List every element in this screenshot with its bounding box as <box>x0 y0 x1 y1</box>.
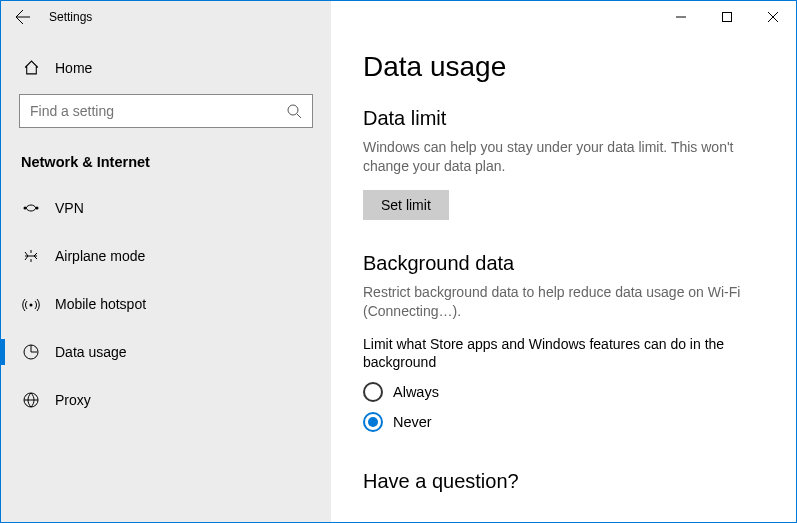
window-title: Settings <box>45 10 92 24</box>
maximize-button[interactable] <box>704 1 750 33</box>
data-limit-description: Windows can help you stay under your dat… <box>363 138 764 176</box>
background-data-option-label: Limit what Store apps and Windows featur… <box>363 335 764 373</box>
sidebar-item-label: Airplane mode <box>55 248 145 264</box>
page-title: Data usage <box>363 51 764 83</box>
radio-never[interactable]: Never <box>363 412 764 432</box>
sidebar-item-vpn[interactable]: VPN <box>1 184 331 232</box>
radio-always[interactable]: Always <box>363 382 764 402</box>
svg-rect-0 <box>723 13 732 22</box>
set-limit-button[interactable]: Set limit <box>363 190 449 220</box>
sidebar-item-proxy[interactable]: Proxy <box>1 376 331 424</box>
background-data-description: Restrict background data to help reduce … <box>363 283 764 321</box>
vpn-icon <box>21 201 41 215</box>
search-field[interactable] <box>30 103 286 119</box>
close-icon <box>768 12 778 22</box>
home-icon <box>21 59 41 76</box>
data-usage-icon <box>21 343 41 361</box>
search-input[interactable] <box>19 94 313 128</box>
sidebar-item-label: VPN <box>55 200 84 216</box>
sidebar-item-airplane-mode[interactable]: Airplane mode <box>1 232 331 280</box>
close-button[interactable] <box>750 1 796 33</box>
sidebar-item-mobile-hotspot[interactable]: Mobile hotspot <box>1 280 331 328</box>
maximize-icon <box>722 12 732 22</box>
home-link[interactable]: Home <box>1 49 331 86</box>
arrow-left-icon <box>15 9 31 25</box>
category-heading: Network & Internet <box>1 142 331 184</box>
minimize-button[interactable] <box>658 1 704 33</box>
radio-label: Never <box>393 414 432 430</box>
search-icon <box>286 103 302 119</box>
background-data-heading: Background data <box>363 252 764 275</box>
content-pane: Data usage Data limit Windows can help y… <box>331 1 796 522</box>
sidebar-item-label: Proxy <box>55 392 91 408</box>
sidebar: Home Network & Internet VPN Airplane mod… <box>1 1 331 522</box>
airplane-icon <box>21 247 41 265</box>
minimize-icon <box>676 12 686 22</box>
proxy-icon <box>21 391 41 409</box>
question-heading: Have a question? <box>363 470 764 493</box>
svg-point-1 <box>288 105 298 115</box>
radio-icon <box>363 382 383 402</box>
svg-point-4 <box>30 304 33 307</box>
hotspot-icon <box>21 296 41 312</box>
radio-label: Always <box>393 384 439 400</box>
sidebar-item-label: Mobile hotspot <box>55 296 146 312</box>
data-limit-heading: Data limit <box>363 107 764 130</box>
home-label: Home <box>55 60 92 76</box>
titlebar: Settings <box>1 1 796 33</box>
sidebar-item-label: Data usage <box>55 344 127 360</box>
radio-icon <box>363 412 383 432</box>
back-button[interactable] <box>1 1 45 33</box>
sidebar-item-data-usage[interactable]: Data usage <box>1 328 331 376</box>
